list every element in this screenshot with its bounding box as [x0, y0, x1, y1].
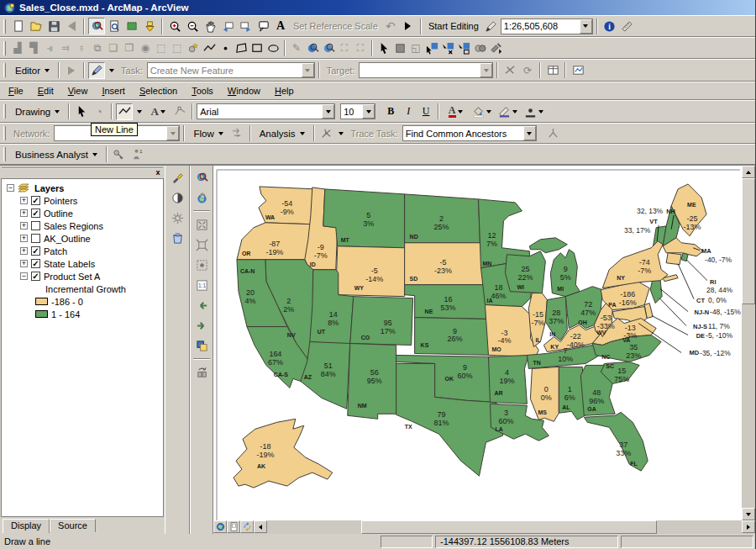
distribute-vertical-icon[interactable]: ⧉: [90, 40, 105, 56]
layer-checkbox[interactable]: ✓: [31, 272, 40, 281]
state-AK[interactable]: [234, 419, 333, 488]
paintbrush-effects-button[interactable]: [167, 168, 187, 187]
toolbar-grip[interactable]: [3, 63, 6, 77]
menu-window[interactable]: Window: [221, 84, 267, 98]
pan-zoom-icon[interactable]: ✎: [289, 40, 304, 56]
expand-icon[interactable]: +: [20, 260, 28, 267]
line-color-button[interactable]: [495, 103, 520, 120]
horizontal-scrollbar[interactable]: [213, 520, 755, 534]
brightness-button[interactable]: [167, 209, 187, 227]
toolbar-grip[interactable]: [3, 41, 6, 55]
drawing-menu-button[interactable]: Drawing: [10, 105, 65, 119]
trace-tool-dropdown[interactable]: [336, 125, 347, 142]
state-MI-UP[interactable]: [529, 238, 567, 253]
zoom-to-scale-button[interactable]: 1:1: [192, 276, 212, 294]
trace-task-dropdown[interactable]: [523, 126, 536, 140]
editor-menu-button[interactable]: Editor: [10, 64, 55, 77]
full-extent-button[interactable]: [192, 256, 212, 274]
font-size-dropdown[interactable]: [362, 104, 375, 119]
toc-legend-row[interactable]: -186 - 0: [2, 295, 163, 308]
toc-layer-row[interactable]: − ✓ Product Set A: [2, 270, 163, 282]
send-backward-icon[interactable]: ❐: [122, 40, 137, 56]
new-polygon-tool-icon[interactable]: [234, 40, 249, 56]
layer-checkbox[interactable]: ✓: [31, 246, 40, 256]
identify-callout-button[interactable]: [255, 18, 271, 34]
menu-selection[interactable]: Selection: [133, 84, 184, 98]
rotate-element-button[interactable]: ◔: [91, 103, 108, 120]
network-combo-dropdown[interactable]: [166, 126, 179, 140]
font-size-combo[interactable]: 10: [340, 103, 375, 119]
save-button[interactable]: [45, 18, 62, 34]
clear-selection-icon[interactable]: [472, 40, 487, 56]
menu-edit[interactable]: Edit: [31, 84, 60, 98]
collapse-icon[interactable]: −: [7, 184, 14, 192]
toc-layer-row[interactable]: + ✓ State Labels: [2, 257, 163, 270]
contrast-button[interactable]: [167, 188, 187, 207]
refresh-view-button[interactable]: [192, 363, 212, 382]
menu-view[interactable]: View: [61, 84, 95, 98]
layout-view-button[interactable]: [227, 520, 240, 533]
layer-label[interactable]: Outline: [44, 209, 73, 219]
go-next-extent-button[interactable]: [237, 18, 254, 34]
pan-tool-button[interactable]: [192, 188, 212, 207]
analyst-info-button[interactable]: 1: [129, 146, 145, 163]
select-elements-button[interactable]: [73, 103, 90, 120]
layer-label[interactable]: Patch: [44, 246, 67, 256]
zoom-data-button[interactable]: [88, 18, 105, 34]
new-rectangle-tool-icon[interactable]: [249, 40, 265, 56]
map-scale-combo[interactable]: 1:26,505,608: [501, 18, 593, 34]
transparency-button[interactable]: [167, 229, 187, 247]
trace-tool-button[interactable]: [318, 125, 335, 142]
refresh-button[interactable]: [240, 520, 254, 533]
expand-icon[interactable]: +: [20, 222, 28, 230]
expand-icon[interactable]: +: [20, 235, 28, 242]
layer-label[interactable]: Sales Regions: [44, 221, 103, 231]
layer-label[interactable]: Pointers: [44, 196, 77, 206]
marquee-zoom-icon[interactable]: ⬚: [170, 40, 185, 56]
new-text-button[interactable]: A: [145, 103, 171, 120]
layer-label[interactable]: State Labels: [44, 259, 95, 269]
sketch-tool-dropdown[interactable]: [106, 62, 117, 79]
new-point-tool-icon[interactable]: [218, 40, 233, 56]
expand-icon[interactable]: +: [20, 197, 28, 204]
toolbar-grip[interactable]: [3, 19, 6, 34]
edit-tool-arrow-icon[interactable]: [63, 62, 80, 79]
go-back-extent-tool[interactable]: [192, 296, 212, 314]
us-map[interactable]: -54-9%WA-87-19%OR-9-7%ID53%MT-5-14%WY22%…: [213, 166, 742, 520]
layer-label[interactable]: AK_Outline: [44, 234, 91, 244]
preview-button[interactable]: [106, 18, 123, 34]
attributes-button[interactable]: [544, 62, 561, 79]
title-bar[interactable]: Sales_Close.mxd - ArcMap - ArcView: [0, 0, 755, 15]
zoom-globe2-icon[interactable]: [321, 40, 336, 56]
play-arrow-icon[interactable]: [400, 18, 417, 34]
toc-close-icon[interactable]: x: [153, 169, 163, 178]
toc-root-label[interactable]: Layers: [34, 183, 64, 193]
menu-help[interactable]: Help: [268, 84, 301, 98]
scroll-right-button[interactable]: [742, 520, 755, 533]
open-document-button[interactable]: [28, 18, 45, 34]
undo-icon[interactable]: ↶: [382, 18, 399, 34]
toc-layer-row[interactable]: + Sales Regions: [2, 219, 163, 232]
menu-insert[interactable]: Insert: [95, 84, 132, 98]
layer-checkbox[interactable]: [31, 234, 40, 243]
task-combo-dropdown[interactable]: [302, 63, 314, 77]
scale-combo-dropdown[interactable]: [580, 19, 592, 34]
print-button[interactable]: [63, 18, 80, 34]
bold-button[interactable]: B: [382, 103, 399, 120]
fill-color-button[interactable]: [469, 103, 494, 120]
layer-label[interactable]: Product Set A: [44, 272, 100, 282]
set-reference-scale-label[interactable]: Set Reference Scale: [290, 21, 381, 31]
data-view-button[interactable]: [213, 520, 227, 533]
vertical-scrollbar[interactable]: [742, 166, 755, 520]
vertical-scroll-thumb[interactable]: [742, 178, 755, 304]
go-back-extent-button[interactable]: [219, 18, 236, 34]
group-icon[interactable]: ◉: [138, 40, 153, 56]
zoom-selected-button[interactable]: [123, 18, 140, 34]
draw-shape-dropdown[interactable]: [134, 103, 144, 120]
viewer-windows-button[interactable]: [192, 336, 212, 355]
marquee-select-icon[interactable]: ⬚: [154, 40, 169, 56]
state-FL[interactable]: [584, 412, 648, 471]
solve-button[interactable]: [545, 125, 562, 142]
font-color-button[interactable]: A: [443, 103, 468, 120]
sketch-pencil-tool[interactable]: [88, 62, 105, 79]
